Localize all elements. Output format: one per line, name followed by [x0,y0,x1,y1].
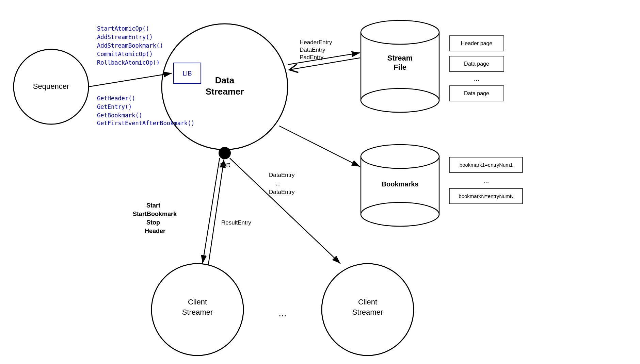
client-streamer-2-label1: Client [358,298,377,306]
data-entry-out-2: DataEntry [269,189,295,195]
api-call-5: RollbackAtomicOp() [97,59,160,66]
header-entry-label: HeaderEntry [300,39,332,46]
stream-file-bottom [361,88,439,112]
api-call-3: AddStreamBookmark() [97,42,163,49]
bookmarkN-label: bookmarkN=entryNumN [459,193,513,199]
stream-file-label2: File [394,63,406,71]
api-call-6: GetHeader() [97,95,135,102]
sequencer-label: Sequencer [33,82,69,90]
bookmarks-ellipsis: ... [483,177,489,184]
result-entry-label: ResultEntry [221,219,251,226]
api-call-1: StartAtomicOp() [97,25,149,32]
architecture-diagram: Sequencer Data Streamer LIB Stream File … [0,0,640,364]
pad-entry-label: PadEntry [300,54,323,61]
header-page-label: Header page [461,40,493,46]
bookmarks-bottom [361,202,439,226]
bookmark1-label: bookmark1=entryNum1 [460,162,513,168]
port-label: port [219,161,230,168]
data-streamer-label2: Streamer [206,86,244,97]
data-page-2-label: Data page [464,90,489,96]
bookmarks-top [361,145,439,168]
stream-file-label1: Stream [387,54,413,62]
data-page-1-label: Data page [464,61,489,67]
ds-to-bookmarks-arrow [279,126,360,167]
stream-file-top [361,20,439,44]
diagram-container: Sequencer Data Streamer LIB Stream File … [0,0,640,364]
data-entry-out-1: DataEntry [269,172,295,178]
data-entry-out-ellipsis: ... [276,180,281,187]
data-streamer-label: Data [215,75,235,85]
lib-label: LIB [182,70,192,77]
cmd-startbookmark: StartBookmark [133,211,177,217]
cmd-header: Header [145,228,165,234]
cmd-start: Start [146,202,160,209]
data-entry-label: DataEntry [300,47,325,53]
client-streamer-1-label2: Streamer [182,308,213,316]
api-call-9: GetFirstEventAfterBookmark() [97,120,195,127]
api-call-7: GetEntry() [97,103,132,110]
cmd-stop: Stop [146,219,160,226]
sequencer-to-lib-arrow [89,73,172,87]
api-call-4: CommitAtomicOp() [97,51,153,57]
api-call-8: GetBookmark() [97,112,142,119]
bookmarks-label: Bookmarks [382,180,419,188]
port-dot [219,147,231,159]
api-call-2: AddStreamEntry() [97,34,153,40]
client-streamer-2-label2: Streamer [352,308,383,316]
client-streamer-1-label1: Client [188,298,207,306]
ds-to-sf-arrow [288,53,360,65]
pages-ellipsis: ... [474,75,480,82]
clients-ellipsis: ... [278,308,286,318]
